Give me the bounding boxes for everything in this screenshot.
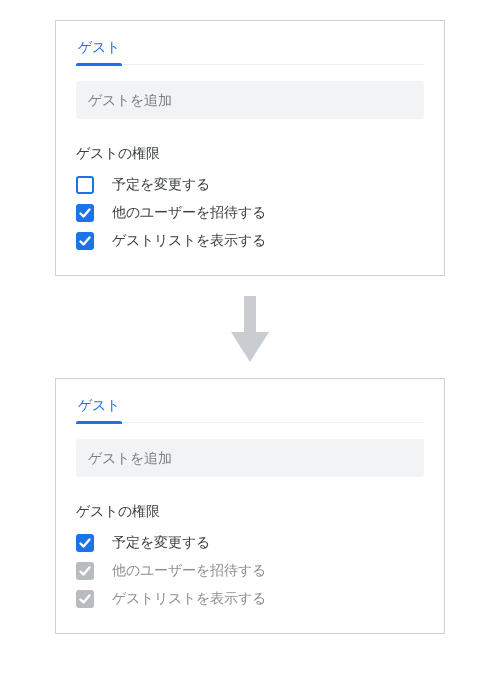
tab-guests[interactable]: ゲスト: [76, 37, 122, 65]
arrow-down-icon: [231, 294, 269, 364]
guests-panel-after: ゲスト ゲストの権限 予定を変更する 他のユーザーを招待する ゲストリストを表示…: [55, 378, 445, 634]
checkbox-see-guest-list: [76, 590, 94, 608]
checkbox-modify-event[interactable]: [76, 176, 94, 194]
permission-row: 予定を変更する: [76, 171, 424, 199]
permission-row: 他のユーザーを招待する: [76, 199, 424, 227]
permission-label: 他のユーザーを招待する: [112, 562, 266, 580]
permissions-heading: ゲストの権限: [76, 503, 424, 521]
checkbox-invite-others: [76, 562, 94, 580]
tab-guests[interactable]: ゲスト: [76, 395, 122, 423]
comparison-figure: ゲスト ゲストの権限 予定を変更する 他のユーザーを招待する ゲストリストを表示…: [0, 0, 500, 700]
checkbox-modify-event[interactable]: [76, 534, 94, 552]
permission-row: 他のユーザーを招待する: [76, 557, 424, 585]
add-guests-input[interactable]: [76, 81, 424, 119]
tab-row: ゲスト: [76, 37, 424, 65]
add-guests-input[interactable]: [76, 439, 424, 477]
permission-row: 予定を変更する: [76, 529, 424, 557]
permissions-heading: ゲストの権限: [76, 145, 424, 163]
permission-row: ゲストリストを表示する: [76, 585, 424, 613]
tab-row: ゲスト: [76, 395, 424, 423]
checkbox-see-guest-list[interactable]: [76, 232, 94, 250]
permission-label: ゲストリストを表示する: [112, 590, 266, 608]
permission-label: 他のユーザーを招待する: [112, 204, 266, 222]
guests-panel-before: ゲスト ゲストの権限 予定を変更する 他のユーザーを招待する ゲストリストを表示…: [55, 20, 445, 276]
permission-label: ゲストリストを表示する: [112, 232, 266, 250]
permission-label: 予定を変更する: [112, 534, 210, 552]
permission-label: 予定を変更する: [112, 176, 210, 194]
checkbox-invite-others[interactable]: [76, 204, 94, 222]
permission-row: ゲストリストを表示する: [76, 227, 424, 255]
